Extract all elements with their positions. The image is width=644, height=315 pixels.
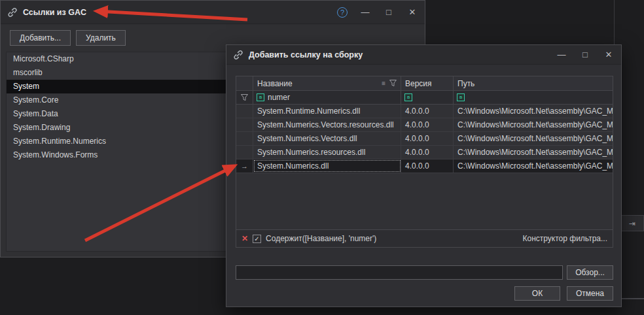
header-indicator-cell [236, 76, 253, 90]
gac-titlebar[interactable]: Ссылки из GAC ? — □ ✕ [1, 1, 425, 24]
cell-name[interactable]: System.Runtime.Numerics.dll [253, 105, 401, 118]
gac-dialog-title: Ссылки из GAC [23, 8, 86, 17]
cell-version[interactable]: 4.0.0.0 [401, 118, 454, 131]
dock-icon: ⇥ [629, 219, 635, 228]
close-icon[interactable]: ✕ [406, 7, 418, 17]
close-icon[interactable]: ✕ [603, 50, 615, 59]
cell-path[interactable]: C:\Windows\Microsoft.Net\assembly\GAC_M… [454, 132, 613, 145]
cell-version[interactable]: 4.0.0.0 [401, 132, 454, 145]
add-dialog-titlebar[interactable]: Добавить ссылку на сборку — □ ✕ [226, 45, 621, 65]
filter-expression: Содержит([Название], 'numer') [266, 234, 376, 243]
cell-version[interactable]: 4.0.0.0 [401, 159, 454, 173]
assembly-grid: Название ≡ Версия Путь [236, 76, 613, 248]
column-header-path[interactable]: Путь [454, 76, 613, 90]
app-screen: ⇥ Ссылки из GAC ? — □ ✕ Добавить... Удал… [0, 0, 644, 315]
delete-button[interactable]: Удалить [76, 30, 126, 46]
cell-name[interactable]: System.Numerics.resources.dll [253, 146, 401, 159]
table-row[interactable]: System.Runtime.Numerics.dll 4.0.0.0 C:\W… [236, 105, 613, 118]
cell-version[interactable]: 4.0.0.0 [401, 105, 454, 118]
sort-icon[interactable]: ≡ [382, 80, 385, 87]
text-filter-icon[interactable]: в [257, 93, 264, 101]
help-icon[interactable]: ? [337, 7, 348, 18]
filter-row-indicator [236, 91, 253, 104]
cell-path[interactable]: C:\Windows\Microsoft.Net\assembly\GAC_M… [454, 159, 613, 173]
grid-empty-area [236, 173, 613, 229]
column-header-version[interactable]: Версия [401, 76, 454, 90]
ok-button[interactable]: ОК [514, 286, 560, 301]
background-divider [620, 298, 644, 299]
cancel-button[interactable]: Отмена [567, 286, 613, 301]
cell-path[interactable]: C:\Windows\Microsoft.Net\assembly\GAC_M… [454, 146, 613, 159]
add-button[interactable]: Добавить... [10, 30, 71, 46]
text-filter-icon[interactable]: в [457, 93, 465, 101]
cell-name[interactable]: System.Numerics.Vectors.dll [253, 132, 401, 145]
filter-cell-path[interactable]: в [454, 91, 613, 104]
table-row[interactable]: System.Numerics.Vectors.dll 4.0.0.0 C:\W… [236, 132, 613, 146]
column-header-name[interactable]: Название ≡ [253, 76, 401, 90]
cell-name[interactable]: System.Numerics.dll [253, 159, 401, 173]
cell-name[interactable]: System.Numerics.Vectors.resources.dll [253, 118, 401, 131]
add-dialog-title: Добавить ссылку на сборку [249, 50, 363, 59]
cell-version[interactable]: 4.0.0.0 [401, 146, 454, 159]
table-row[interactable]: System.Numerics.Vectors.resources.dll 4.… [236, 118, 613, 132]
minimize-icon[interactable]: — [556, 50, 567, 59]
filter-builder-link[interactable]: Конструктор фильтра... [523, 234, 608, 243]
funnel-icon [241, 94, 248, 101]
filter-cell-name[interactable]: в numer [253, 91, 401, 104]
auto-filter-row: в numer в в [236, 91, 613, 105]
link-icon [233, 50, 243, 60]
filter-icon[interactable] [389, 80, 397, 86]
filter-summary-bar: ✕ ✓ Содержит([Название], 'numer') Констр… [236, 229, 613, 247]
table-row-focused[interactable]: → System.Numerics.dll 4.0.0.0 C:\Windows… [236, 159, 613, 173]
assembly-path-input[interactable] [236, 265, 563, 280]
filter-value: numer [268, 93, 290, 102]
browse-button[interactable]: Обзор... [567, 265, 613, 280]
maximize-icon[interactable]: □ [383, 7, 395, 17]
text-filter-icon[interactable]: в [404, 93, 412, 101]
cell-path[interactable]: C:\Windows\Microsoft.Net\assembly\GAC_M… [454, 118, 613, 131]
cell-path[interactable]: C:\Windows\Microsoft.Net\assembly\GAC_M… [454, 105, 613, 118]
focused-row-arrow-icon: → [236, 159, 253, 173]
clear-filter-icon[interactable]: ✕ [241, 234, 248, 243]
gac-toolbar: Добавить... Удалить [10, 30, 126, 46]
add-reference-dialog: Добавить ссылку на сборку — □ ✕ Название… [226, 44, 622, 307]
maximize-icon[interactable]: □ [579, 50, 591, 59]
grid-header-row: Название ≡ Версия Путь [236, 76, 613, 91]
minimize-icon[interactable]: — [359, 7, 371, 17]
link-icon [7, 7, 18, 18]
table-row[interactable]: System.Numerics.resources.dll 4.0.0.0 C:… [236, 146, 613, 159]
dock-tab[interactable]: ⇥ [620, 215, 644, 231]
filter-enabled-checkbox[interactable]: ✓ [253, 235, 261, 243]
filter-cell-version[interactable]: в [401, 91, 454, 104]
